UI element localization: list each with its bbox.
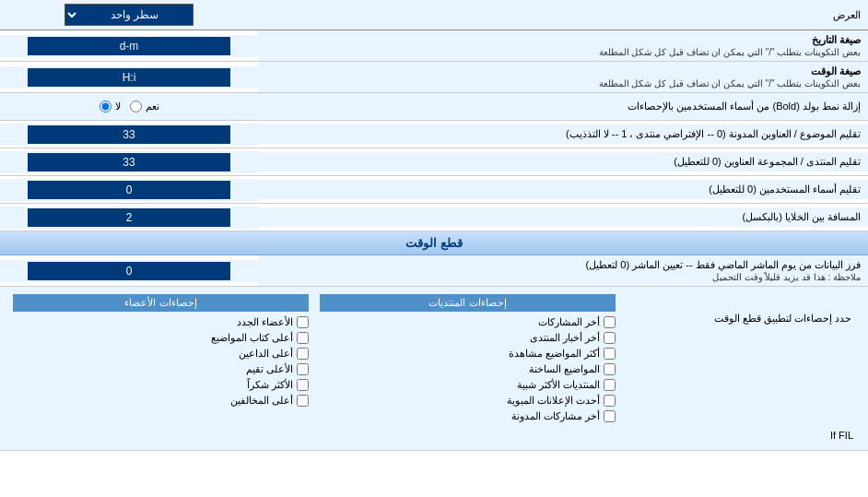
checkbox-col2-4[interactable]: [297, 379, 309, 391]
checkbox-item: أخر أخبار المنتدى: [320, 330, 616, 346]
date-format-input[interactable]: [28, 37, 230, 55]
radio-yes-label: نعم: [146, 101, 159, 112]
cell-spacing-input-container: [0, 207, 258, 229]
realtime-field-label: فرز البيانات من يوم الماشر الماضي فقط --…: [258, 255, 868, 286]
checkbox-col2-3[interactable]: [297, 363, 309, 375]
user-names-label: تقليم أسماء المستخدمين (0 للتعطيل): [258, 180, 868, 199]
radio-no-item: لا: [100, 101, 121, 112]
checkbox-item: الأعضاء الجدد: [13, 314, 309, 330]
user-names-input-container: [0, 179, 258, 201]
main-container: العرض سطر واحد صيغة التاريخ بعض التكوينا…: [0, 0, 868, 451]
single-line-select-container: سطر واحد: [0, 0, 258, 30]
checkbox-col1-0[interactable]: [604, 316, 616, 328]
forum-subject-row: تقليم الموضوع / العناوين المدونة (0 -- ا…: [0, 121, 868, 148]
checkbox-item: المنتديات الأكثر شبية: [320, 377, 616, 393]
cell-spacing-row: المسافة بين الخلايا (بالبكسل): [0, 204, 868, 231]
checkbox-item: الأكثر شكراً: [13, 377, 309, 393]
radio-yes-item: نعم: [130, 101, 159, 112]
radio-no-label: لا: [115, 101, 121, 112]
forum-subject-input[interactable]: [28, 125, 230, 144]
note-col: حدد إحصاءات لتطبيق قطع الوقت: [621, 292, 861, 426]
cell-spacing-input[interactable]: [28, 208, 230, 227]
time-format-input[interactable]: [28, 68, 230, 87]
col1-header: إحصاءات المنتديات: [320, 294, 616, 312]
forum-group-input-container: [0, 151, 258, 173]
realtime-section-header: قطع الوقت: [0, 231, 868, 255]
checkbox-col2-0[interactable]: [297, 316, 309, 328]
realtime-field-row: فرز البيانات من يوم الماشر الماضي فقط --…: [0, 255, 868, 287]
realtime-field-input[interactable]: [28, 262, 230, 280]
checkbox-item: المواضيع الساخنة: [320, 361, 616, 377]
col1: إحصاءات المنتديات أخر المشاركات أخر أخبا…: [314, 292, 621, 426]
checkbox-col1-6[interactable]: [604, 410, 616, 422]
checkbox-columns: حدد إحصاءات لتطبيق قطع الوقت إحصاءات الم…: [7, 292, 861, 426]
checkbox-item: أكثر المواضيع مشاهدة: [320, 346, 616, 361]
checkbox-item: أعلى المخالفين: [13, 393, 309, 408]
checkbox-col1-2[interactable]: [604, 348, 616, 360]
checkbox-col2-2[interactable]: [297, 348, 309, 360]
user-names-input[interactable]: [28, 181, 230, 199]
checkbox-col2-1[interactable]: [297, 332, 309, 344]
forum-group-row: تقليم المنتدى / المجموعة العناوين (0 للت…: [0, 148, 868, 176]
date-format-label: صيغة التاريخ بعض التكوينات يتطلب "/" الت…: [258, 30, 868, 61]
if-fil-text: If FIL: [7, 426, 861, 444]
bold-remove-options: نعم لا: [0, 97, 258, 116]
radio-yes[interactable]: [130, 101, 142, 112]
note-label: حدد إحصاءات لتطبيق قطع الوقت: [627, 294, 855, 343]
forum-subject-input-container: [0, 124, 258, 146]
date-format-row: صيغة التاريخ بعض التكوينات يتطلب "/" الت…: [0, 30, 868, 62]
checkbox-col1-3[interactable]: [604, 363, 616, 375]
checkbox-item: أخر مشاركات المدونة: [320, 408, 616, 424]
time-format-input-container: [0, 66, 258, 89]
checkbox-col1-5[interactable]: [604, 395, 616, 407]
bold-remove-label: إزالة نمط بولد (Bold) من أسماء المستخدمي…: [258, 97, 868, 116]
checkbox-col1-4[interactable]: [604, 379, 616, 391]
checkbox-item: أعلى كتاب المواضيع: [13, 330, 309, 346]
forum-group-label: تقليم المنتدى / المجموعة العناوين (0 للت…: [258, 152, 868, 172]
checkbox-item: أحدث الإعلانات المبوية: [320, 393, 616, 408]
time-format-label: صيغة الوقت بعض التكوينات يتطلب "/" التي …: [258, 62, 868, 92]
cell-spacing-label: المسافة بين الخلايا (بالبكسل): [258, 207, 868, 227]
top-header-row: العرض سطر واحد: [0, 0, 868, 30]
radio-no[interactable]: [100, 101, 111, 112]
single-line-select[interactable]: سطر واحد: [65, 4, 194, 26]
checkbox-col2-5[interactable]: [297, 395, 309, 407]
realtime-field-input-container: [0, 260, 258, 282]
checkbox-item: أخر المشاركات: [320, 314, 616, 330]
date-format-input-container: [0, 35, 258, 57]
col2-header: إحصاءات الأعضاء: [13, 294, 309, 312]
time-format-row: صيغة الوقت بعض التكوينات يتطلب "/" التي …: [0, 62, 868, 93]
forum-subject-label: تقليم الموضوع / العناوين المدونة (0 -- ا…: [258, 124, 868, 144]
checkbox-item: أعلى الداعين: [13, 346, 309, 361]
bold-remove-row: إزالة نمط بولد (Bold) من أسماء المستخدمي…: [0, 93, 868, 121]
forum-group-input[interactable]: [28, 153, 230, 172]
checkboxes-section: حدد إحصاءات لتطبيق قطع الوقت إحصاءات الم…: [0, 287, 868, 451]
user-names-row: تقليم أسماء المستخدمين (0 للتعطيل): [0, 176, 868, 204]
display-label: العرض: [258, 6, 868, 25]
checkbox-col1-1[interactable]: [604, 332, 616, 344]
display-title: العرض: [833, 9, 861, 20]
col2: إحصاءات الأعضاء الأعضاء الجدد أعلى كتاب …: [7, 292, 314, 426]
checkbox-item: الأعلى تقيم: [13, 361, 309, 377]
